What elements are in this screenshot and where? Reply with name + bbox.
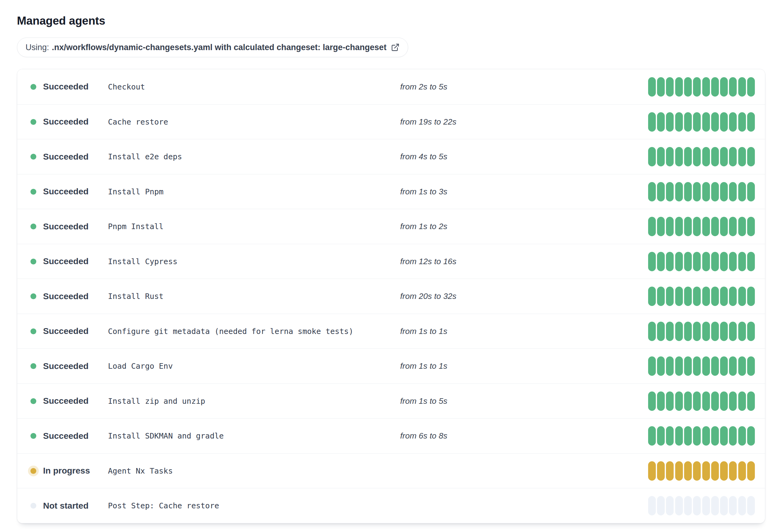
progress-segment (684, 426, 692, 445)
progress-segment (738, 217, 746, 236)
progress-segment (693, 77, 701, 97)
progress-segment (693, 357, 701, 376)
status-label: In progress (43, 466, 90, 476)
status-label: Succeeded (43, 117, 89, 127)
status-cell: Succeeded (30, 326, 108, 336)
progress-segment (657, 182, 665, 202)
progress-segment (684, 112, 692, 132)
agent-row[interactable]: In progress Agent Nx Tasks (17, 453, 765, 488)
progress-segment (711, 426, 719, 445)
agent-row[interactable]: Succeeded Pnpm Install from 1s to 2s (17, 209, 765, 244)
step-name: Post Step: Cache restore (108, 501, 400, 510)
step-name: Install Pnpm (108, 187, 400, 196)
duration-label: from 19s to 22s (400, 117, 648, 127)
agent-row[interactable]: Succeeded Install zip and unzip from 1s … (17, 384, 765, 418)
progress-segment (693, 496, 701, 515)
agent-row[interactable]: Succeeded Checkout from 2s to 5s (17, 69, 765, 104)
progress-segment (711, 112, 719, 132)
progress-segment (693, 391, 701, 411)
progress-segment (738, 182, 746, 202)
status-dot-icon (30, 84, 36, 90)
progress-segment (702, 357, 710, 376)
progress-segment (720, 426, 728, 445)
duration-label: from 6s to 8s (400, 431, 648, 441)
progress-segment (702, 496, 710, 515)
progress-segment (657, 357, 665, 376)
progress-segment (693, 147, 701, 166)
progress-segment (720, 322, 728, 341)
progress-segment (711, 391, 719, 411)
progress-segment (684, 461, 692, 481)
progress-segment (711, 182, 719, 202)
progress-segment (702, 77, 710, 97)
progress-segment (675, 496, 683, 515)
progress-segment (720, 496, 728, 515)
agents-card: Succeeded Checkout from 2s to 5s Succeed… (17, 69, 765, 523)
duration-label: from 2s to 5s (400, 82, 648, 92)
progress-segment (657, 426, 665, 445)
progress-segment (648, 391, 656, 411)
agent-row[interactable]: Succeeded Configure git metadata (needed… (17, 314, 765, 349)
progress-segment (648, 357, 656, 376)
progress-segment (738, 461, 746, 481)
progress-segment (675, 182, 683, 202)
agent-row[interactable]: Succeeded Install Cypress from 12s to 16… (17, 244, 765, 279)
step-name: Install SDKMAN and gradle (108, 431, 400, 440)
status-label: Not started (43, 501, 89, 511)
progress-bar (648, 357, 755, 376)
agent-row[interactable]: Succeeded Install SDKMAN and gradle from… (17, 418, 765, 453)
agent-row[interactable]: Succeeded Install Pnpm from 1s to 3s (17, 174, 765, 209)
progress-segment (648, 496, 656, 515)
progress-segment (684, 182, 692, 202)
step-name: Cache restore (108, 118, 400, 126)
progress-bar (648, 461, 755, 481)
status-cell: Succeeded (30, 117, 108, 127)
status-cell: Succeeded (30, 361, 108, 371)
progress-segment (720, 287, 728, 306)
agent-row[interactable]: Not started Post Step: Cache restore (17, 488, 765, 523)
progress-segment (747, 217, 755, 236)
progress-segment (684, 252, 692, 271)
progress-segment (738, 112, 746, 132)
progress-segment (711, 77, 719, 97)
progress-segment (684, 322, 692, 341)
managed-agents-page: Managed agents Using: .nx/workflows/dyna… (0, 14, 777, 523)
progress-segment (711, 287, 719, 306)
duration-label: from 4s to 5s (400, 152, 648, 161)
progress-segment (747, 357, 755, 376)
step-name: Install Rust (108, 292, 400, 301)
agent-row[interactable]: Succeeded Install Rust from 20s to 32s (17, 279, 765, 314)
status-cell: Succeeded (30, 152, 108, 162)
progress-segment (657, 77, 665, 97)
progress-segment (747, 496, 755, 515)
status-cell: Not started (30, 501, 108, 511)
progress-segment (711, 147, 719, 166)
agent-row[interactable]: Succeeded Install e2e deps from 4s to 5s (17, 139, 765, 174)
progress-segment (729, 77, 737, 97)
progress-segment (702, 147, 710, 166)
progress-segment (729, 147, 737, 166)
workflow-badge-path: .nx/workflows/dynamic-changesets.yaml wi… (52, 43, 386, 52)
status-dot-icon (30, 259, 36, 264)
progress-segment (657, 461, 665, 481)
progress-segment (675, 461, 683, 481)
progress-segment (711, 322, 719, 341)
status-cell: In progress (30, 466, 108, 476)
progress-segment (675, 112, 683, 132)
status-label: Succeeded (43, 291, 89, 301)
progress-segment (684, 287, 692, 306)
progress-segment (666, 217, 674, 236)
progress-segment (702, 112, 710, 132)
progress-bar (648, 147, 755, 166)
progress-bar (648, 322, 755, 341)
duration-label: from 20s to 32s (400, 291, 648, 301)
agent-row[interactable]: Succeeded Cache restore from 19s to 22s (17, 104, 765, 139)
progress-segment (666, 391, 674, 411)
progress-segment (729, 217, 737, 236)
progress-segment (684, 357, 692, 376)
progress-segment (666, 112, 674, 132)
progress-segment (693, 461, 701, 481)
agent-row[interactable]: Succeeded Load Cargo Env from 1s to 1s (17, 349, 765, 384)
workflow-badge[interactable]: Using: .nx/workflows/dynamic-changesets.… (17, 37, 408, 57)
progress-segment (666, 496, 674, 515)
